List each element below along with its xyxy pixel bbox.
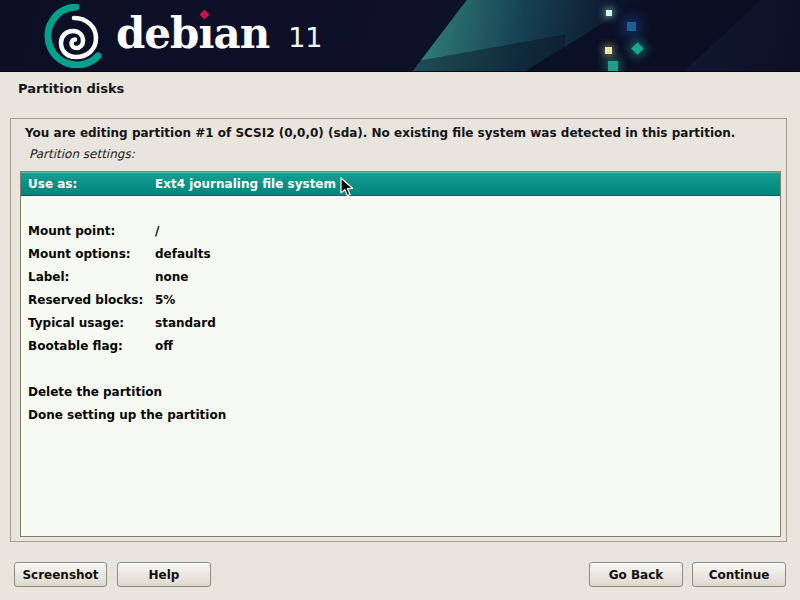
go-back-button[interactable]: Go Back: [589, 562, 683, 587]
list-item-value: none: [155, 270, 188, 284]
list-item[interactable]: Use as:Ext4 journaling file system: [21, 172, 780, 196]
list-item[interactable]: Mount point:/: [21, 219, 780, 242]
list-item-label: Mount point:: [21, 224, 155, 238]
deco-square-teal: [608, 61, 618, 71]
list-item[interactable]: Delete the partition: [21, 380, 780, 403]
red-diamond-dot: [200, 10, 210, 20]
list-item[interactable]: Reserved blocks:5%: [21, 288, 780, 311]
list-item[interactable]: Mount options:defaults: [21, 242, 780, 265]
brand-version: 11: [288, 22, 322, 53]
partition-info-panel: You are editing partition #1 of SCSI2 (0…: [10, 118, 787, 542]
list-item-value: /: [155, 224, 159, 238]
installer-banner: debıan 11: [0, 0, 800, 72]
partition-settings-label: Partition settings:: [29, 147, 135, 161]
list-item-label: Label:: [21, 270, 155, 284]
deco-diamond-teal: [631, 42, 644, 55]
list-item[interactable]: Label:none: [21, 265, 780, 288]
list-item-label: Done setting up the partition: [21, 408, 155, 422]
brand-text: debıan: [116, 13, 269, 55]
list-item-label: Typical usage:: [21, 316, 155, 330]
screenshot-button[interactable]: Screenshot: [14, 562, 107, 587]
list-item[interactable]: Done setting up the partition: [21, 403, 780, 426]
deco-square-yellow: [605, 47, 612, 54]
list-item-label: Delete the partition: [21, 385, 155, 399]
list-item-value: Ext4 journaling file system: [155, 177, 336, 191]
banner-diagonal-band: [638, 0, 800, 72]
list-item-value: defaults: [155, 247, 211, 261]
list-item-label: Use as:: [21, 177, 155, 191]
debian-swirl-logo: [42, 4, 106, 68]
list-item[interactable]: Typical usage:standard: [21, 311, 780, 334]
mouse-arrow-cursor: [340, 177, 354, 197]
info-message: You are editing partition #1 of SCSI2 (0…: [25, 126, 770, 140]
list-item-label: Bootable flag:: [21, 339, 155, 353]
deco-square-white: [606, 10, 612, 16]
list-item-label: Mount options:: [21, 247, 155, 261]
settings-listbox: Use as:Ext4 journaling file systemMount …: [20, 171, 781, 537]
continue-button[interactable]: Continue: [692, 562, 786, 587]
list-item: [21, 196, 780, 219]
help-button[interactable]: Help: [117, 562, 211, 587]
list-item-label: Reserved blocks:: [21, 293, 155, 307]
page-title: Partition disks: [18, 81, 124, 96]
list-item-value: off: [155, 339, 173, 353]
deco-square-blue: [627, 22, 636, 31]
list-item[interactable]: Bootable flag:off: [21, 334, 780, 357]
list-item-value: standard: [155, 316, 216, 330]
list-item-value: 5%: [155, 293, 175, 307]
list-item: [21, 357, 780, 380]
